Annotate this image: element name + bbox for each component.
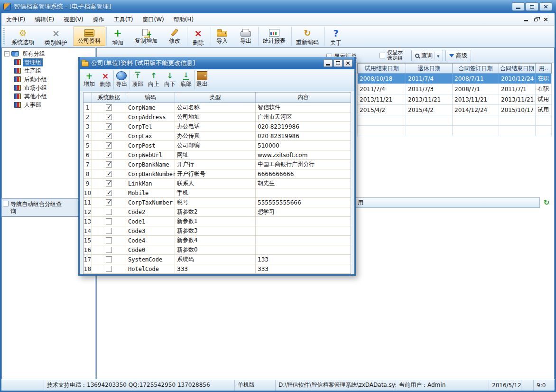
content-cell[interactable]: 020 82319986 — [256, 122, 351, 131]
company-table-row[interactable]: 8 CorpBankNumber 开户行帐号 6666666666 — [83, 169, 351, 179]
refresh-icon[interactable] — [542, 198, 551, 207]
column-header[interactable]: 合同结束日期 — [499, 64, 536, 73]
column-header[interactable]: 编码 — [126, 93, 175, 103]
content-cell[interactable]: 智信软件 — [256, 103, 351, 112]
records-table-row[interactable]: 2013/11/21 2013/11/21 2013/11/21 2013/11… — [358, 94, 551, 105]
content-cell[interactable]: 6666666666 — [256, 169, 351, 178]
system-data-checkbox[interactable] — [106, 247, 112, 253]
column-header[interactable]: 类型 — [175, 93, 256, 103]
records-table-row[interactable]: 2008/10/18 2011/7/4 2008/7/11 2010/12/24… — [358, 74, 551, 84]
toolbar-grip[interactable] — [3, 28, 5, 45]
content-cell[interactable]: www.zxitsoft.com — [256, 150, 351, 159]
content-cell[interactable]: 想学习 — [256, 207, 351, 216]
system-data-checkbox[interactable] — [106, 228, 112, 234]
dialog-minimize-button[interactable] — [324, 59, 333, 67]
menu-item[interactable]: 帮助(H) — [169, 14, 198, 25]
content-cell[interactable] — [256, 217, 351, 226]
toolbar-button[interactable]: 类别维护 — [40, 27, 72, 46]
company-table-row[interactable]: 3 CorpTel 办公电话 020 82319986 — [83, 122, 351, 131]
company-table-row[interactable]: 6 CorpWebUrl 网址 www.zxitsoft.com — [83, 150, 351, 160]
toolbar-button[interactable]: 删除 — [187, 27, 210, 46]
company-table-row[interactable]: 10 Mobile 手机 — [83, 188, 351, 198]
company-table-row[interactable]: 17 SystemCode 系统码 133 — [83, 255, 351, 264]
company-table-row[interactable]: 4 CorpFax 办公传真 020 82319986 — [83, 131, 351, 141]
toolbar-button[interactable]: 统计报表 — [258, 27, 290, 46]
only-selected-group-option[interactable]: 仅显示选定组 — [380, 50, 406, 61]
content-cell[interactable]: 020 82319986 — [256, 131, 351, 140]
query-button[interactable]: 查询 — [411, 50, 443, 61]
system-data-checkbox[interactable] — [106, 190, 112, 196]
system-data-checkbox[interactable] — [106, 114, 112, 120]
content-cell[interactable] — [256, 188, 351, 197]
company-table-row[interactable]: 5 CorpPost 公司邮编 510000 — [83, 141, 351, 150]
company-table-row[interactable]: 13 Code1 新参数1 — [83, 217, 351, 226]
content-cell[interactable]: 133 — [256, 255, 351, 264]
mdi-close-button[interactable] — [542, 16, 550, 23]
content-cell[interactable]: 广州市天河区 — [256, 112, 351, 121]
minimize-button[interactable] — [512, 2, 525, 11]
mdi-restore-button[interactable] — [532, 16, 540, 23]
content-cell[interactable] — [256, 245, 351, 254]
company-table-row[interactable]: 14 Code3 新参数3 — [83, 226, 351, 236]
dialog-title-bar[interactable]: 公司(单位)资料 [试用版不能更改信息] — [80, 57, 354, 69]
system-data-checkbox[interactable] — [106, 180, 112, 187]
maximize-button[interactable] — [526, 2, 538, 11]
dialog-maximize-button[interactable] — [334, 59, 343, 67]
column-header[interactable]: 合同签订日期 — [453, 64, 499, 73]
toolbar-button[interactable]: 导出 — [234, 27, 257, 46]
content-cell[interactable]: 555555555666 — [256, 198, 351, 207]
menu-item[interactable]: 视图(V) — [59, 14, 88, 25]
dialog-toolbar-button[interactable]: 退出 — [194, 70, 210, 90]
system-data-checkbox[interactable] — [106, 133, 112, 139]
dialog-close-button[interactable] — [343, 59, 352, 67]
menu-item[interactable]: 窗口(W) — [138, 14, 169, 25]
company-table-row[interactable]: 16 Code0 新参数0 — [83, 245, 351, 255]
system-data-checkbox[interactable] — [106, 199, 112, 205]
advanced-button[interactable]: 高级 — [445, 50, 471, 61]
company-table-row[interactable]: 9 LinkMan 联系人 胡先生 — [83, 179, 351, 188]
nav-query-checkbox[interactable] — [3, 201, 9, 206]
system-data-checkbox[interactable] — [106, 161, 112, 168]
system-data-checkbox[interactable] — [106, 266, 112, 272]
toolbar-button[interactable]: 增加 — [106, 27, 129, 46]
toolbar-button[interactable]: 导入 — [211, 27, 233, 46]
system-data-checkbox[interactable] — [106, 237, 112, 243]
records-table-row[interactable]: 2015/4/2 2015/4/2 2014/12/24 2015/10/17 … — [358, 105, 551, 115]
content-cell[interactable]: 中国工商银行广州分行 — [256, 160, 351, 169]
content-cell[interactable]: 510000 — [256, 141, 351, 150]
content-cell[interactable] — [256, 236, 351, 245]
system-data-checkbox[interactable] — [106, 209, 112, 215]
system-data-checkbox[interactable] — [106, 171, 112, 177]
system-data-checkbox[interactable] — [106, 104, 112, 111]
dialog-toolbar-button[interactable]: 向下 — [162, 70, 178, 90]
menu-item[interactable]: 操作 — [88, 14, 109, 25]
toolbar-button[interactable]: 重新编码 — [291, 27, 324, 46]
records-table-row[interactable]: 2011/7/4 2011/7/3 2008/7/1 2011/7/1 在职 — [358, 84, 551, 94]
column-header[interactable]: 用.. — [536, 64, 551, 73]
column-header[interactable]: 试用结束日期 — [358, 64, 406, 73]
company-table-row[interactable]: 12 Code2 新参数2 想学习 — [83, 207, 351, 217]
column-header[interactable]: 内容 — [256, 93, 351, 103]
company-table-row[interactable]: 7 CorpBankName 开户行 中国工商银行广州分行 — [83, 160, 351, 169]
dialog-toolbar-button[interactable]: 删除 — [97, 70, 113, 90]
column-header[interactable]: 系统数据 — [92, 93, 126, 103]
only-selected-checkbox[interactable] — [380, 53, 385, 58]
column-header[interactable]: 退休日期 — [406, 64, 453, 73]
toolbar-button[interactable]: 修改 — [163, 27, 186, 46]
system-data-checkbox[interactable] — [106, 218, 112, 224]
system-data-checkbox[interactable] — [106, 152, 112, 158]
content-cell[interactable]: 胡先生 — [256, 179, 351, 188]
dialog-toolbar-button[interactable]: 向上 — [146, 70, 162, 90]
mdi-minimize-button[interactable] — [522, 16, 530, 23]
company-table-row[interactable]: 11 CorpTaxNumber 税号 555555555666 — [83, 198, 351, 207]
close-button[interactable] — [539, 2, 552, 11]
toolbar-button[interactable]: 公司资料 — [73, 27, 105, 46]
dialog-toolbar-button[interactable]: 底部 — [178, 70, 194, 90]
menu-item[interactable]: 工具(T) — [109, 14, 138, 25]
menu-item[interactable]: 编辑(E) — [30, 14, 59, 25]
collapse-icon[interactable] — [4, 51, 9, 56]
content-cell[interactable]: 333 — [256, 264, 351, 273]
company-table-row[interactable]: 18 HotelCode 333 333 — [83, 264, 351, 274]
system-data-checkbox[interactable] — [106, 256, 112, 262]
dialog-toolbar-button[interactable]: 顶部 — [130, 70, 146, 90]
